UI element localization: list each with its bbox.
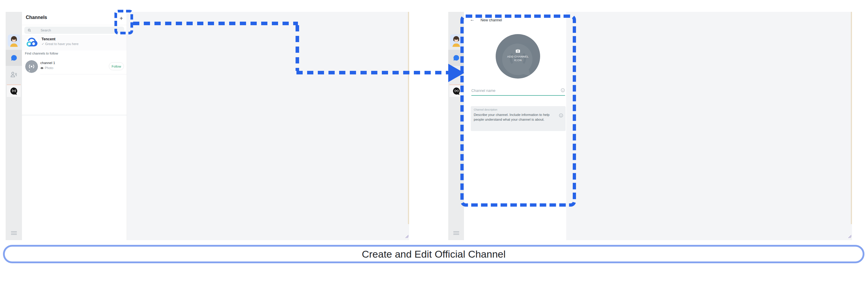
contacts-icon: [10, 70, 18, 78]
follow-button[interactable]: Follow: [109, 62, 124, 70]
divider: [40, 74, 127, 74]
channel-last-message: ✓ Great to have you here: [41, 42, 79, 46]
window-edge: [408, 12, 409, 224]
suggested-channel-row[interactable]: channel 1 Photo Follow: [22, 59, 127, 74]
sidebar-item-contacts[interactable]: [10, 70, 18, 78]
channels-window: Channels + Search Tencent ✓ Great to hav…: [6, 12, 409, 240]
channels-list-panel: Channels + Search Tencent ✓ Great to hav…: [22, 12, 127, 240]
channels-icon: [452, 87, 461, 95]
empty-content-area: [127, 12, 409, 240]
search-input[interactable]: Search: [24, 27, 124, 34]
arrow-connector-vertical: [296, 25, 299, 71]
menu-icon[interactable]: [453, 231, 459, 235]
window-edge: [851, 12, 852, 224]
camera-icon: [40, 66, 43, 70]
chat-bubble-icon: [453, 54, 460, 62]
find-channels-label: Find channels to follow: [25, 52, 58, 55]
caption-text: Create and Edit Official Channel: [362, 248, 505, 260]
search-placeholder: Search: [41, 28, 51, 32]
channels-icon: [9, 87, 19, 95]
new-channel-highlight-rect: [460, 14, 576, 207]
arrow-connector-top: [133, 22, 298, 25]
menu-icon[interactable]: [11, 231, 17, 235]
channel-name: Tencent: [41, 37, 56, 41]
caption-banner: Create and Edit Official Channel: [3, 245, 864, 263]
channel1-avatar: [25, 60, 38, 73]
divider: [22, 115, 127, 116]
tencent-logo: [26, 36, 38, 49]
check-icon: ✓: [41, 42, 44, 46]
sidebar-item-channels[interactable]: [7, 85, 21, 97]
search-icon: [28, 28, 31, 32]
resize-handle-icon[interactable]: [848, 234, 852, 238]
empty-content-area: [566, 12, 852, 240]
sidebar-item-chats[interactable]: [6, 50, 22, 66]
divider: [22, 25, 127, 25]
resize-handle-icon[interactable]: [405, 234, 409, 238]
followed-channel-row[interactable]: Tencent ✓ Great to have you here: [22, 35, 127, 51]
channel-meta: Photo: [40, 66, 53, 70]
arrow-connector-bottom: [297, 71, 449, 74]
user-avatar[interactable]: [8, 34, 20, 47]
channel-name: channel 1: [40, 61, 55, 65]
channels-title: Channels: [26, 15, 47, 20]
left-sidebar: [6, 12, 22, 240]
plus-button-highlight: [115, 10, 133, 34]
chat-bubble-icon: [10, 54, 18, 62]
